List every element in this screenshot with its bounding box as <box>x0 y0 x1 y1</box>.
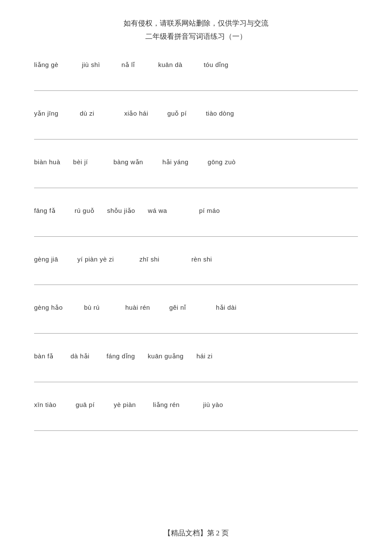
row-wrapper-5: gèng jiā yí piàn yè zi zhī shi rèn shi <box>26 250 366 295</box>
pinyin-row-6: gèng hǎo bù rú huài rén gěi nǐ hǎi dài <box>26 299 366 311</box>
pinyin-row-7: bàn fǎ dà hǎi fáng dǐng kuān guǎng hái z… <box>26 347 366 360</box>
pinyin-item: xīn tiào <box>34 401 56 408</box>
pinyin-item: tiào dòng <box>206 110 234 117</box>
pinyin-item: jiù yào <box>203 401 223 408</box>
row-wrapper-6: gèng hǎo bù rú huài rén gěi nǐ hǎi dài <box>26 299 366 344</box>
write-area-4 <box>34 216 358 237</box>
pinyin-item: bèi jí <box>73 158 88 166</box>
pinyin-item: pí máo <box>199 207 220 214</box>
pinyin-item: rèn shi <box>191 256 212 263</box>
page-footer: 【精品文档】第 2 页 <box>164 511 229 538</box>
pinyin-item: gèng hǎo <box>34 304 63 311</box>
pinyin-item: wá wa <box>148 207 167 214</box>
pinyin-item: kuān guǎng <box>148 352 184 360</box>
pinyin-item: dà hǎi <box>70 352 89 360</box>
pinyin-item: tóu dǐng <box>204 61 228 69</box>
pinyin-item: jiù shì <box>82 61 100 68</box>
pinyin-row-1: liǎng gè jiù shì nǎ lǐ kuān dà tóu dǐng <box>26 56 366 69</box>
footer-text: 【精品文档】第 2 页 <box>164 529 229 537</box>
pinyin-item: xiǎo hái <box>124 110 148 117</box>
pinyin-item: yè piàn <box>114 401 136 408</box>
pinyin-item: huài rén <box>125 304 150 311</box>
row-wrapper-7: bàn fǎ dà hǎi fáng dǐng kuān guǎng hái z… <box>26 347 366 392</box>
write-area-5 <box>34 264 358 285</box>
pinyin-item: yí piàn yè zi <box>78 256 114 263</box>
pinyin-item: hái zi <box>196 352 213 360</box>
pinyin-item: guā pí <box>75 401 95 408</box>
write-area-8 <box>34 410 358 431</box>
pinyin-item: gōng zuò <box>208 158 236 166</box>
pinyin-item: bàn fǎ <box>34 352 53 360</box>
pinyin-item: dù zi <box>80 110 94 117</box>
pinyin-item: nǎ lǐ <box>121 61 135 69</box>
page-header: 如有侵权，请联系网站删除，仅供学习与交流 二年级看拼音写词语练习（一） <box>124 17 268 43</box>
pinyin-item: fáng dǐng <box>107 352 135 360</box>
pinyin-row-3: biàn huà bèi jí bàng wǎn hǎi yáng gōng z… <box>26 153 366 166</box>
write-area-7 <box>34 362 358 382</box>
pinyin-item: liǎng gè <box>34 61 58 69</box>
row-wrapper-8: xīn tiào guā pí yè piàn liǎng rén jiù yà… <box>26 396 366 441</box>
pinyin-item: fāng fǎ <box>34 207 55 215</box>
pinyin-item: gěi nǐ <box>169 304 186 311</box>
pinyin-item: zhī shi <box>139 256 159 263</box>
pinyin-item: liǎng rén <box>153 401 180 409</box>
write-area-1 <box>34 70 358 91</box>
pinyin-item: guǒ pí <box>167 110 187 117</box>
pinyin-item: shǒu jiǎo <box>107 207 135 215</box>
page: 如有侵权，请联系网站删除，仅供学习与交流 二年级看拼音写词语练习（一） liǎn… <box>0 0 392 555</box>
pinyin-item: yǎn jīng <box>34 110 58 117</box>
pinyin-item: hǎi dài <box>216 304 236 311</box>
pinyin-item: biàn huà <box>34 158 61 166</box>
pinyin-item: hǎi yáng <box>162 158 188 166</box>
pinyin-item: bù rú <box>84 304 100 311</box>
pinyin-row-5: gèng jiā yí piàn yè zi zhī shi rèn shi <box>26 250 366 263</box>
write-area-6 <box>34 313 358 334</box>
pinyin-item: bàng wǎn <box>113 158 143 166</box>
pinyin-item: rú guǒ <box>75 207 94 215</box>
content-area: liǎng gè jiù shì nǎ lǐ kuān dà tóu dǐng … <box>26 56 366 445</box>
row-wrapper-2: yǎn jīng dù zi xiǎo hái guǒ pí tiào dòng <box>26 105 366 150</box>
write-area-2 <box>34 119 358 139</box>
row-wrapper-3: biàn huà bèi jí bàng wǎn hǎi yáng gōng z… <box>26 153 366 198</box>
pinyin-row-4: fāng fǎ rú guǒ shǒu jiǎo wá wa pí máo <box>26 202 366 215</box>
pinyin-row-8: xīn tiào guā pí yè piàn liǎng rén jiù yà… <box>26 396 366 409</box>
pinyin-item: kuān dà <box>158 61 182 68</box>
row-wrapper-4: fāng fǎ rú guǒ shǒu jiǎo wá wa pí máo <box>26 202 366 247</box>
header-line2: 二年级看拼音写词语练习（一） <box>124 30 268 44</box>
write-area-3 <box>34 168 358 188</box>
row-wrapper-1: liǎng gè jiù shì nǎ lǐ kuān dà tóu dǐng <box>26 56 366 101</box>
pinyin-row-2: yǎn jīng dù zi xiǎo hái guǒ pí tiào dòng <box>26 105 366 117</box>
pinyin-item: gèng jiā <box>34 256 58 263</box>
header-line1: 如有侵权，请联系网站删除，仅供学习与交流 <box>124 17 268 30</box>
